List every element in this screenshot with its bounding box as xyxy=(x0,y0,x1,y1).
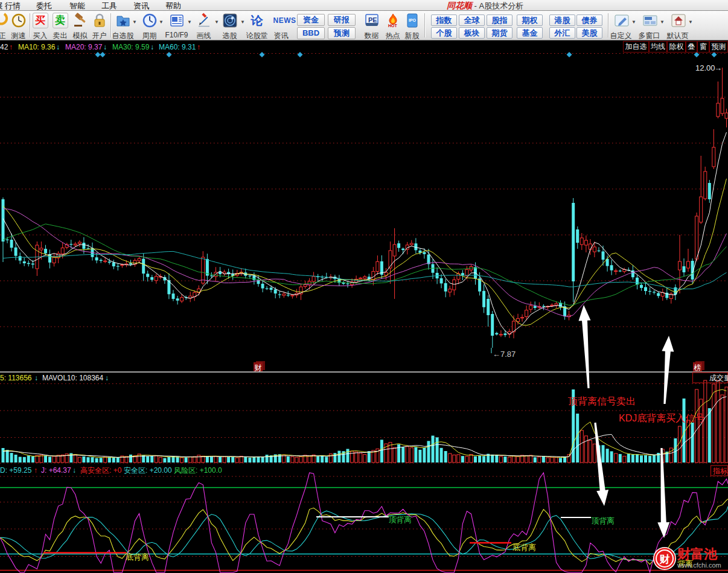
svg-text:←7.87: ←7.87 xyxy=(493,350,516,359)
svg-text:↓: ↓ xyxy=(105,374,109,382)
svg-text:→: → xyxy=(714,63,722,72)
svg-text:IPO: IPO xyxy=(409,18,417,22)
svg-text:42: 42 xyxy=(0,43,8,51)
svg-text:↑: ↑ xyxy=(197,43,200,51)
svg-text:顶背离: 顶背离 xyxy=(591,516,615,525)
svg-text:MA20: 9.37: MA20: 9.37 xyxy=(65,43,103,51)
svg-text:MA30: 9.59: MA30: 9.59 xyxy=(112,43,150,51)
svg-text:↓: ↓ xyxy=(103,43,107,51)
svg-text:12.00: 12.00 xyxy=(695,63,715,72)
svg-text:MA10: 9.36: MA10: 9.36 xyxy=(18,43,56,51)
svg-text:底背离: 底背离 xyxy=(126,552,149,562)
svg-text:J: +64.37: J: +64.37 xyxy=(41,466,71,475)
svg-text:↑: ↑ xyxy=(34,466,37,475)
svg-text:成交量: 成交量 xyxy=(709,374,728,382)
svg-text:顶背离: 顶背离 xyxy=(388,515,412,524)
svg-text:D: +59.25: D: +59.25 xyxy=(0,466,32,475)
svg-text:↑: ↑ xyxy=(9,43,13,51)
svg-text:PE: PE xyxy=(368,16,377,24)
svg-text:榜: 榜 xyxy=(694,363,701,372)
svg-text:财: 财 xyxy=(255,363,262,372)
svg-text:顶背离信号卖出: 顶背离信号卖出 xyxy=(567,396,636,406)
svg-text:高安全区: +0: 高安全区: +0 xyxy=(80,466,122,475)
svg-text:5: 113656: 5: 113656 xyxy=(0,374,32,382)
svg-text:www.cfchi.com: www.cfchi.com xyxy=(677,562,721,569)
svg-text:HOT: HOT xyxy=(388,24,398,28)
svg-text:↓: ↓ xyxy=(72,466,76,475)
svg-text:安全区: +20.00: 安全区: +20.00 xyxy=(124,466,172,475)
svg-text:↓: ↓ xyxy=(150,43,154,51)
svg-text:风险区: +100.0: 风险区: +100.0 xyxy=(174,466,222,475)
svg-text:↓: ↓ xyxy=(34,374,38,382)
svg-text:指标: 指标 xyxy=(712,467,728,475)
svg-text:财: 财 xyxy=(659,554,670,565)
svg-text:MA60: 9.31: MA60: 9.31 xyxy=(159,43,196,51)
svg-text:↓: ↓ xyxy=(56,43,60,51)
svg-text:KDJ底背离买入信号: KDJ底背离买入信号 xyxy=(619,413,704,423)
svg-text:底背离: 底背离 xyxy=(512,543,536,552)
svg-text:财富池: 财富池 xyxy=(677,546,718,562)
svg-text:MAVOL10: 108364: MAVOL10: 108364 xyxy=(42,374,104,382)
